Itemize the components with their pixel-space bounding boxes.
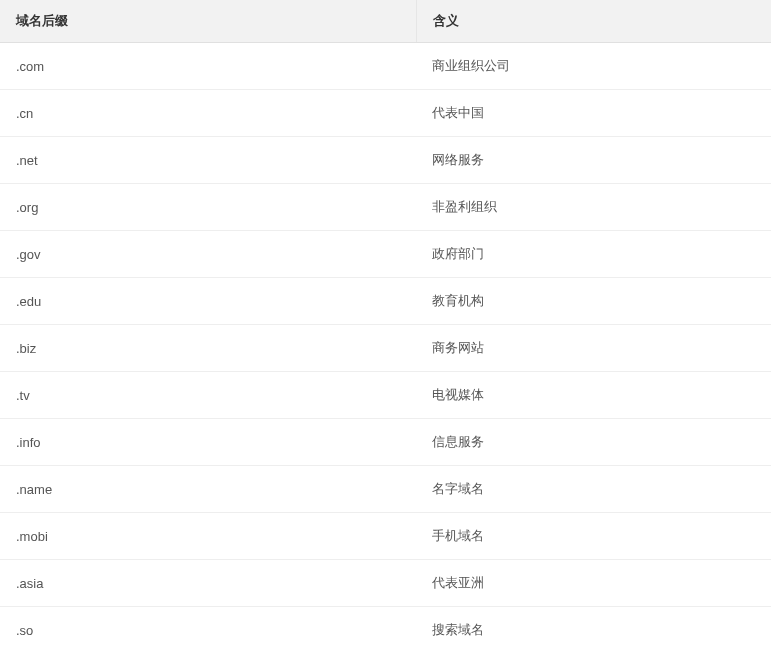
table-row: .gov 政府部门 bbox=[0, 231, 771, 278]
cell-suffix: .com bbox=[0, 43, 416, 90]
table-row: .mobi 手机域名 bbox=[0, 513, 771, 560]
cell-meaning: 非盈利组织 bbox=[416, 184, 771, 231]
cell-suffix: .so bbox=[0, 607, 416, 650]
cell-suffix: .tv bbox=[0, 372, 416, 419]
cell-suffix: .gov bbox=[0, 231, 416, 278]
cell-meaning: 信息服务 bbox=[416, 419, 771, 466]
cell-suffix: .name bbox=[0, 466, 416, 513]
cell-suffix: .cn bbox=[0, 90, 416, 137]
table-row: .info 信息服务 bbox=[0, 419, 771, 466]
cell-meaning: 手机域名 bbox=[416, 513, 771, 560]
table-row: .edu 教育机构 bbox=[0, 278, 771, 325]
header-meaning: 含义 bbox=[416, 0, 771, 43]
cell-suffix: .org bbox=[0, 184, 416, 231]
cell-meaning: 搜索域名 bbox=[416, 607, 771, 650]
table-row: .so 搜索域名 bbox=[0, 607, 771, 650]
table-row: .net 网络服务 bbox=[0, 137, 771, 184]
table-row: .tv 电视媒体 bbox=[0, 372, 771, 419]
cell-suffix: .edu bbox=[0, 278, 416, 325]
cell-suffix: .mobi bbox=[0, 513, 416, 560]
table-row: .biz 商务网站 bbox=[0, 325, 771, 372]
table-row: .cn 代表中国 bbox=[0, 90, 771, 137]
table-row: .name 名字域名 bbox=[0, 466, 771, 513]
cell-meaning: 商务网站 bbox=[416, 325, 771, 372]
cell-suffix: .asia bbox=[0, 560, 416, 607]
cell-suffix: .net bbox=[0, 137, 416, 184]
table-row: .asia 代表亚洲 bbox=[0, 560, 771, 607]
domain-suffix-table: 域名后缀 含义 .com 商业组织公司 .cn 代表中国 .net 网络服务 .… bbox=[0, 0, 771, 649]
cell-meaning: 代表中国 bbox=[416, 90, 771, 137]
table-row: .org 非盈利组织 bbox=[0, 184, 771, 231]
cell-meaning: 政府部门 bbox=[416, 231, 771, 278]
cell-meaning: 商业组织公司 bbox=[416, 43, 771, 90]
cell-meaning: 名字域名 bbox=[416, 466, 771, 513]
cell-suffix: .biz bbox=[0, 325, 416, 372]
cell-suffix: .info bbox=[0, 419, 416, 466]
table-header-row: 域名后缀 含义 bbox=[0, 0, 771, 43]
table-row: .com 商业组织公司 bbox=[0, 43, 771, 90]
cell-meaning: 代表亚洲 bbox=[416, 560, 771, 607]
cell-meaning: 网络服务 bbox=[416, 137, 771, 184]
header-suffix: 域名后缀 bbox=[0, 0, 416, 43]
table-body: .com 商业组织公司 .cn 代表中国 .net 网络服务 .org 非盈利组… bbox=[0, 43, 771, 650]
cell-meaning: 教育机构 bbox=[416, 278, 771, 325]
cell-meaning: 电视媒体 bbox=[416, 372, 771, 419]
